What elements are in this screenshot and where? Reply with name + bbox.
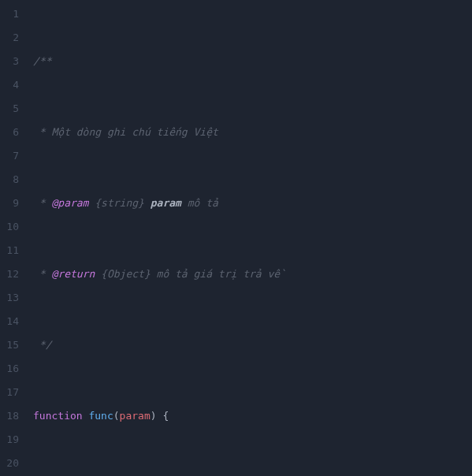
- line-number: 12: [0, 262, 19, 286]
- code-editor[interactable]: 1 2 3 4 5 6 7 8 9 10 11 12 13 14 15 16 1…: [0, 0, 472, 476]
- code-line: */: [33, 333, 472, 357]
- code-line: * Một dòng ghi chú tiếng Việt: [33, 121, 472, 144]
- line-number: 4: [0, 73, 19, 97]
- line-number: 7: [0, 144, 19, 168]
- line-number: 20: [0, 452, 19, 475]
- line-number: 10: [0, 215, 19, 239]
- line-number: 19: [0, 428, 19, 452]
- line-number: 18: [0, 404, 19, 428]
- code-line: * @param {string} param mô tả: [33, 192, 472, 215]
- code-line: function func(param) {: [33, 404, 472, 428]
- line-number: 17: [0, 381, 19, 404]
- line-number: 6: [0, 121, 19, 144]
- line-number: 9: [0, 192, 19, 215]
- line-number: 8: [0, 168, 19, 192]
- line-number: 16: [0, 357, 19, 381]
- code-line: * @return {Object} mô tả giá trị trả về: [33, 262, 472, 286]
- line-number: 1: [0, 2, 19, 26]
- line-number: 11: [0, 239, 19, 262]
- line-number: 5: [0, 97, 19, 121]
- line-number: 2: [0, 26, 19, 50]
- line-number: 14: [0, 310, 19, 333]
- line-number-gutter: 1 2 3 4 5 6 7 8 9 10 11 12 13 14 15 16 1…: [0, 0, 33, 476]
- code-line: /**: [33, 50, 472, 73]
- line-number: 3: [0, 50, 19, 73]
- line-number: 15: [0, 333, 19, 357]
- line-number: 13: [0, 286, 19, 310]
- code-content[interactable]: /** * Một dòng ghi chú tiếng Việt * @par…: [33, 0, 472, 476]
